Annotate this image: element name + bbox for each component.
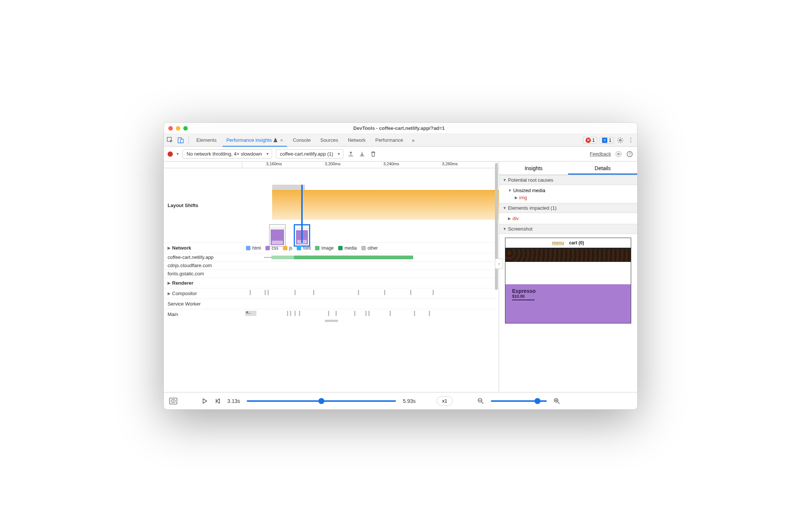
status-bar: 3.13s 5.93s x1 [164,392,637,409]
device-toolbar-icon[interactable] [177,136,185,144]
toolbar-settings-icon[interactable] [615,150,622,158]
svg-rect-2 [181,139,183,143]
tab-performance[interactable]: Performance [372,134,407,147]
skip-back-icon[interactable] [215,398,221,404]
legend-font: font [303,245,311,251]
time-range-slider[interactable] [247,400,396,402]
ruler-tick: 3,200ms [323,162,382,168]
close-window-button[interactable] [168,126,173,131]
zoom-in-icon[interactable] [554,398,560,404]
tab-sources[interactable]: Sources [317,134,342,147]
collapse-icon: ▼ [503,206,507,210]
zoom-slider[interactable] [491,400,547,402]
play-icon[interactable] [202,398,208,404]
network-host-row: fonts.gstatic.com [164,270,499,278]
experiment-icon [273,138,278,143]
legend-html: html [252,245,261,251]
legend-other: other [368,245,378,251]
window-controls [168,126,188,131]
errors-badge[interactable]: ✕ 1 [583,137,598,144]
details-pane: › Insights Details ▼ Potential root caus… [499,162,637,392]
screenshot-header[interactable]: ▼ Screenshot [499,224,637,234]
time-start: 3.13s [227,398,240,404]
feedback-link[interactable]: Feedback [590,151,611,157]
timeline-pane: 3,160ms 3,200ms 3,240ms 3,280ms Layout S… [164,162,499,392]
more-tabs-icon[interactable]: » [409,136,417,144]
titlebar: DevTools - coffee-cart.netlify.app/?ad=1 [164,123,637,134]
compositor-row: ▶Compositor [164,288,499,299]
network-host-row: coffee-cart.netlify.app [164,253,499,262]
minimize-window-button[interactable] [176,126,180,131]
zoom-level[interactable]: x1 [437,396,453,406]
record-dropdown-icon[interactable]: ▾ [177,151,179,156]
tab-label: Performance insights [226,137,272,143]
preview-toggle-icon[interactable] [169,398,177,404]
expand-icon: ▶ [168,291,171,295]
error-icon: ✕ [586,138,591,143]
preview-product-price: $10.00 [512,294,624,298]
tab-elements[interactable]: Elements [193,134,220,147]
renderer-section-header[interactable]: ▶ Renderer [164,278,499,288]
network-label[interactable]: ▶ Network [164,243,242,253]
errors-count: 1 [592,138,595,143]
import-icon[interactable] [358,150,366,158]
main-block[interactable]: R... [245,311,256,316]
preview-product-name: Espresso [512,288,624,294]
layout-shifts-row: Layout Shifts [164,168,499,243]
devtools-window: DevTools - coffee-cart.netlify.app/?ad=1… [163,122,638,410]
tab-performance-insights[interactable]: Performance insights × [222,134,287,147]
root-causes-header[interactable]: ▼ Potential root causes [499,175,637,185]
service-worker-row: Service Worker [164,299,499,309]
kebab-menu-icon[interactable]: ⋮ [627,136,635,144]
close-tab-icon[interactable]: × [280,137,283,143]
layout-shifts-track[interactable] [242,168,499,242]
preview-hero-image [505,249,631,262]
export-icon[interactable] [347,150,355,158]
svg-point-4 [618,153,619,155]
collapse-icon: ▼ [503,227,507,231]
record-button[interactable] [168,151,173,157]
svg-point-5 [616,151,621,157]
target-select[interactable]: coffee-cart.netlify.app (1) [276,149,343,159]
img-element-item[interactable]: ▶ img [508,194,633,201]
zoom-out-icon[interactable] [477,398,484,404]
ruler-tick: 3,240ms [382,162,440,168]
throttle-select[interactable]: No network throttling, 4× slowdown [183,149,272,159]
legend-js: js [289,245,293,251]
screenshot-preview: menu cart (0) Espresso $10.00 [505,238,631,323]
inspect-element-icon[interactable] [166,136,174,144]
expand-icon: ▶ [508,216,511,220]
help-icon[interactable]: ? [626,150,633,158]
tab-insights[interactable]: Insights [499,162,568,175]
legend-css: css [272,245,278,251]
settings-icon[interactable] [616,136,624,144]
time-end: 5.93s [403,398,415,404]
pane-collapse-icon[interactable]: › [495,259,503,269]
ruler-tick: 3,280ms [440,162,499,168]
tab-details[interactable]: Details [568,162,637,175]
network-host: cdnjs.cloudflare.com [164,262,242,269]
network-host: coffee-cart.netlify.app [164,253,242,261]
network-host: fonts.gstatic.com [164,270,242,278]
window-title: DevTools - coffee-cart.netlify.app/?ad=1 [188,125,610,131]
unsized-media-item[interactable]: ▼ Unsized media [508,187,633,194]
vertical-scrollbar[interactable] [495,162,498,292]
expand-icon: ▶ [168,246,171,250]
messages-badge[interactable]: ≡ 1 [599,137,614,144]
horizontal-scrollbar[interactable] [164,319,499,322]
preview-cart: cart (0) [569,240,584,245]
delete-icon[interactable] [370,150,377,158]
collapse-icon: ▼ [503,178,507,182]
devtools-tabbar: Elements Performance insights × Console … [164,134,637,147]
maximize-window-button[interactable] [183,126,188,131]
tab-console[interactable]: Console [289,134,315,147]
expand-icon: ▶ [515,195,518,200]
ruler-tick: 3,160ms [265,162,323,168]
time-marker[interactable] [301,185,303,243]
div-element-item[interactable]: ▶ div [508,215,633,222]
tab-network[interactable]: Network [344,134,370,147]
network-section-header: ▶ Network html css js font image media o… [164,243,499,253]
performance-toolbar: ▾ No network throttling, 4× slowdown cof… [164,147,637,162]
elements-impacted-header[interactable]: ▼ Elements impacted (1) [499,203,637,213]
expand-icon: ▶ [168,281,171,285]
